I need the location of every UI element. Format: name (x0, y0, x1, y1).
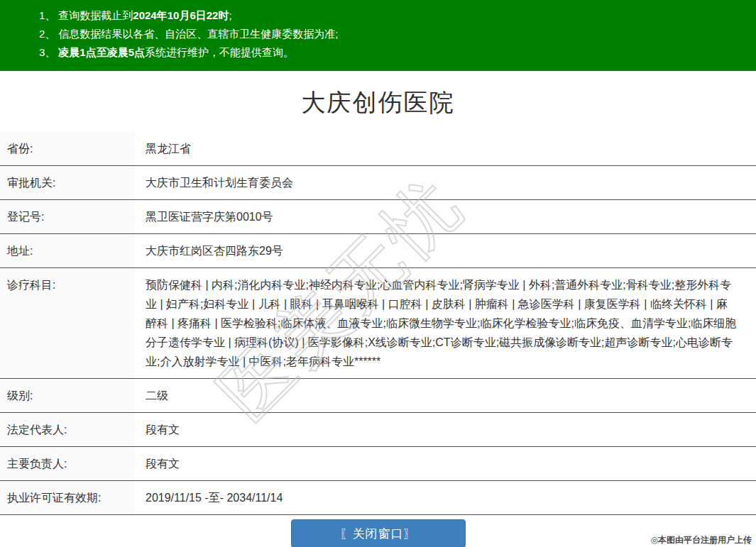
table-row-province: 省份: 黑龙江省 (0, 132, 756, 166)
notice-text-bold: 2024年10月6日22时 (133, 9, 229, 21)
table-row-legal-representative: 法定代表人: 段有文 (0, 413, 756, 447)
uploader-note: ◎本图由平台注册用户上传 (651, 534, 752, 546)
row-value: 预防保健科 | 内科;消化内科专业;神经内科专业;心血管内科专业;肾病学专业 |… (135, 268, 756, 378)
table-row-license-validity: 执业许可证有效期: 2019/11/15 -至- 2034/11/14 (0, 481, 756, 515)
row-value: 大庆市红岗区杏四路东29号 (135, 234, 756, 267)
notice-text-bold: 凌晨1点至凌晨5点 (58, 46, 145, 58)
row-label: 登记号: (0, 200, 135, 233)
row-label: 法定代表人: (0, 413, 135, 446)
row-value: 大庆市卫生和计划生育委员会 (135, 166, 756, 199)
table-row-principal: 主要负责人: 段有文 (0, 447, 756, 481)
table-row-approval-authority: 审批机关: 大庆市卫生和计划生育委员会 (0, 166, 756, 200)
hospital-info-table: 省份: 黑龙江省 审批机关: 大庆市卫生和计划生育委员会 登记号: 黑卫医证营字… (0, 132, 756, 515)
page-title: 大庆创伤医院 (0, 87, 756, 119)
row-value: 黑龙江省 (135, 132, 756, 165)
button-row: 〖关闭窗口〗 (0, 519, 756, 547)
row-label: 地址: (0, 234, 135, 267)
notice-number: 1、 (39, 9, 55, 21)
row-value: 段有文 (135, 447, 756, 480)
notice-banner: 1、查询数据截止到2024年10月6日22时; 2、信息数据结果以各省、自治区、… (0, 0, 756, 71)
row-label: 级别: (0, 379, 135, 412)
row-value: 2019/11/15 -至- 2034/11/14 (135, 481, 756, 514)
notice-number: 3、 (39, 46, 55, 58)
close-window-button[interactable]: 〖关闭窗口〗 (291, 519, 466, 547)
row-label: 审批机关: (0, 166, 135, 199)
notice-text: ; (229, 9, 231, 21)
row-label: 执业许可证有效期: (0, 481, 135, 514)
notice-text: 系统进行维护，不能提供查询。 (145, 46, 294, 58)
hospital-license-query-page: { "banner": { "items": [ { "num": "1、", … (0, 0, 756, 547)
row-value: 黑卫医证营字庆第0010号 (135, 200, 756, 233)
row-label: 主要负责人: (0, 447, 135, 480)
notice-text: 信息数据结果以各省、自治区、直辖市卫生健康委数据为准; (58, 28, 338, 40)
table-row-level: 级别: 二级 (0, 379, 756, 413)
row-label: 诊疗科目: (0, 268, 135, 378)
notice-line-2: 2、信息数据结果以各省、自治区、直辖市卫生健康委数据为准; (39, 25, 749, 43)
notice-text: 查询数据截止到 (58, 9, 133, 21)
row-value: 二级 (135, 379, 756, 412)
table-row-address: 地址: 大庆市红岗区杏四路东29号 (0, 234, 756, 268)
table-row-registration-number: 登记号: 黑卫医证营字庆第0010号 (0, 200, 756, 234)
notice-line-3: 3、凌晨1点至凌晨5点系统进行维护，不能提供查询。 (39, 43, 749, 62)
notice-number: 2、 (39, 28, 55, 40)
row-value: 段有文 (135, 413, 756, 446)
notice-line-1: 1、查询数据截止到2024年10月6日22时; (39, 6, 749, 25)
row-label: 省份: (0, 132, 135, 165)
table-row-medical-departments: 诊疗科目: 预防保健科 | 内科;消化内科专业;神经内科专业;心血管内科专业;肾… (0, 268, 756, 379)
